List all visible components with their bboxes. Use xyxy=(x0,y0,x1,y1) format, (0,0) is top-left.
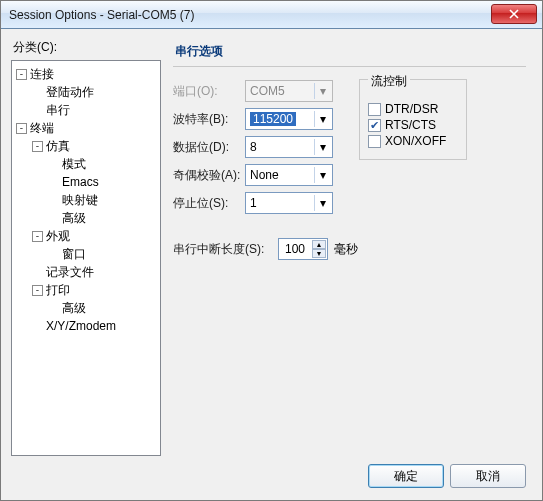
tree-item[interactable]: -打印 xyxy=(14,281,158,299)
tree-item-label: 映射键 xyxy=(62,192,98,209)
parity-label: 奇偶校验(A): xyxy=(173,167,245,184)
titlebar: Session Options - Serial-COM5 (7) xyxy=(1,1,542,29)
stopbits-combo[interactable]: 1 ▾ xyxy=(245,192,333,214)
expand-icon[interactable]: - xyxy=(16,69,27,80)
close-button[interactable] xyxy=(491,4,537,24)
tree-item[interactable]: 窗口 xyxy=(14,245,158,263)
chevron-down-icon: ▾ xyxy=(314,83,330,99)
dialog-window: Session Options - Serial-COM5 (7) 分类(C):… xyxy=(0,0,543,501)
tree-item-label: 记录文件 xyxy=(46,264,94,281)
category-tree[interactable]: -连接登陆动作串行-终端-仿真模式Emacs映射键高级-外观窗口记录文件-打印高… xyxy=(11,60,161,456)
cancel-button[interactable]: 取消 xyxy=(450,464,526,488)
tree-item-label: 连接 xyxy=(30,66,54,83)
tree-item[interactable]: -外观 xyxy=(14,227,158,245)
parity-combo[interactable]: None ▾ xyxy=(245,164,333,186)
ok-button[interactable]: 确定 xyxy=(368,464,444,488)
tree-item-label: 高级 xyxy=(62,300,86,317)
tree-item-label: Emacs xyxy=(62,175,99,189)
tree-item[interactable]: -仿真 xyxy=(14,137,158,155)
checkbox-icon[interactable] xyxy=(368,135,381,148)
tree-item-label: 终端 xyxy=(30,120,54,137)
chevron-down-icon[interactable]: ▾ xyxy=(314,195,330,211)
tree-item[interactable]: 串行 xyxy=(14,101,158,119)
xon-xoff-row[interactable]: XON/XOFF xyxy=(368,131,458,151)
tree-item[interactable]: -终端 xyxy=(14,119,158,137)
divider xyxy=(173,66,526,67)
checkbox-icon[interactable]: ✔ xyxy=(368,119,381,132)
chevron-down-icon[interactable]: ▾ xyxy=(314,111,330,127)
break-unit: 毫秒 xyxy=(334,241,358,258)
tree-item[interactable]: 高级 xyxy=(14,299,158,317)
port-label: 端口(O): xyxy=(173,83,245,100)
tree-item[interactable]: 高级 xyxy=(14,209,158,227)
tree-item-label: 打印 xyxy=(46,282,70,299)
tree-item-label: 模式 xyxy=(62,156,86,173)
baud-label: 波特率(B): xyxy=(173,111,245,128)
expand-icon[interactable]: - xyxy=(32,141,43,152)
tree-item[interactable]: 映射键 xyxy=(14,191,158,209)
break-length-spin[interactable]: 100 ▲▼ xyxy=(278,238,328,260)
flow-control-group: 流控制 DTR/DSR ✔ RTS/CTS XON/XOFF xyxy=(359,79,467,160)
port-combo: COM5 ▾ xyxy=(245,80,333,102)
chevron-down-icon[interactable]: ▾ xyxy=(314,139,330,155)
tree-item[interactable]: Emacs xyxy=(14,173,158,191)
tree-item[interactable]: -连接 xyxy=(14,65,158,83)
tree-item[interactable]: 模式 xyxy=(14,155,158,173)
tree-item-label: 外观 xyxy=(46,228,70,245)
tree-item[interactable]: 记录文件 xyxy=(14,263,158,281)
tree-item-label: 高级 xyxy=(62,210,86,227)
stopbits-label: 停止位(S): xyxy=(173,195,245,212)
checkbox-icon[interactable] xyxy=(368,103,381,116)
tree-item[interactable]: X/Y/Zmodem xyxy=(14,317,158,335)
expand-icon[interactable]: - xyxy=(16,123,27,134)
flow-control-title: 流控制 xyxy=(368,73,410,90)
category-label: 分类(C): xyxy=(13,39,161,56)
tree-item-label: 串行 xyxy=(46,102,70,119)
tree-item[interactable]: 登陆动作 xyxy=(14,83,158,101)
dialog-buttons: 确定 取消 xyxy=(11,456,532,492)
tree-item-label: 窗口 xyxy=(62,246,86,263)
databits-combo[interactable]: 8 ▾ xyxy=(245,136,333,158)
tree-item-label: 登陆动作 xyxy=(46,84,94,101)
databits-label: 数据位(D): xyxy=(173,139,245,156)
tree-item-label: X/Y/Zmodem xyxy=(46,319,116,333)
window-title: Session Options - Serial-COM5 (7) xyxy=(9,8,194,22)
spin-buttons[interactable]: ▲▼ xyxy=(312,240,326,258)
section-title: 串行选项 xyxy=(173,39,526,66)
expand-icon[interactable]: - xyxy=(32,285,43,296)
expand-icon[interactable]: - xyxy=(32,231,43,242)
chevron-down-icon[interactable]: ▾ xyxy=(314,167,330,183)
tree-item-label: 仿真 xyxy=(46,138,70,155)
close-icon xyxy=(509,9,519,19)
baud-combo[interactable]: 115200 ▾ xyxy=(245,108,333,130)
right-panel: 串行选项 端口(O): COM5 ▾ 波特率(B): 115200 ▾ xyxy=(167,37,532,456)
break-label: 串行中断长度(S): xyxy=(173,241,278,258)
